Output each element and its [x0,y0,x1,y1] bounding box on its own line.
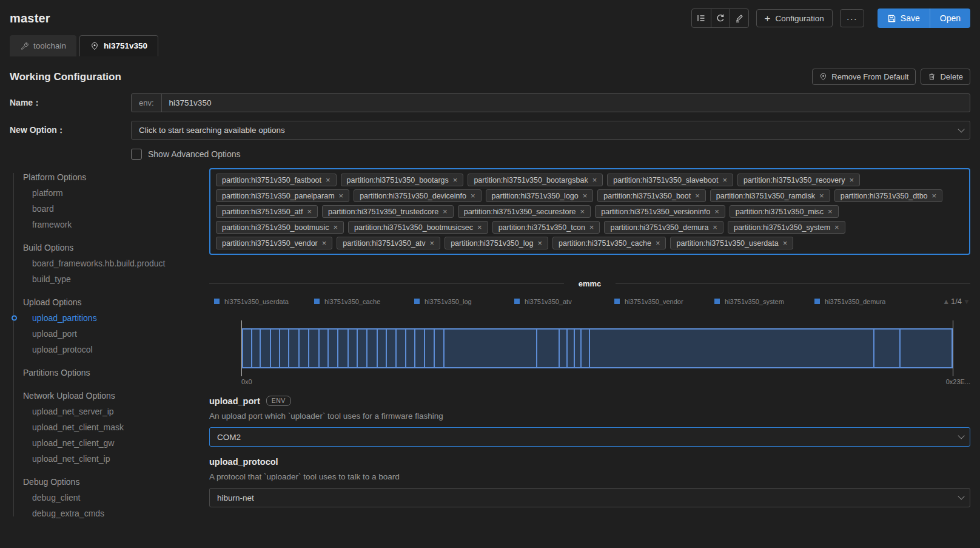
tag-remove-icon[interactable]: × [580,207,585,216]
partition-segment[interactable] [298,330,308,367]
partition-segment[interactable] [327,330,337,367]
partition-tag[interactable]: partition:hi3751v350_atf× [216,205,318,218]
partition-tag[interactable]: partition:hi3751v350_vendor× [216,237,332,249]
partition-tag[interactable]: partition:hi3751v350_recovery× [737,174,860,186]
new-option-select[interactable]: Click to start searching available optio… [131,121,970,140]
partition-segment[interactable] [899,330,951,367]
sidebar-item-upload-port[interactable]: upload_port [10,326,209,342]
partition-tag[interactable]: partition:hi3751v350_boot× [597,189,705,202]
edit-pencil-icon[interactable] [730,9,748,27]
tab-hi3751v350[interactable]: hi3751v350 [79,35,158,56]
tag-remove-icon[interactable]: × [339,191,344,200]
upload-port-select[interactable]: COM2 [209,427,970,447]
tag-remove-icon[interactable]: × [714,207,719,216]
tag-remove-icon[interactable]: × [722,175,727,184]
partition-segment[interactable] [337,330,347,367]
list-tree-icon[interactable] [692,9,711,27]
partition-tag[interactable]: partition:hi3751v350_demura× [604,221,723,234]
sidebar-item-build-type[interactable]: build_type [10,271,209,287]
tag-remove-icon[interactable]: × [695,191,700,200]
upload-partitions-tags-field[interactable]: partition:hi3751v350_fastboot×partition:… [209,168,970,255]
delete-button[interactable]: Delete [921,69,970,85]
partition-segment[interactable] [377,330,386,367]
sidebar-item-upload-net-client-mask[interactable]: upload_net_client_mask [10,419,209,435]
add-configuration-button[interactable]: + Configuration [756,9,833,27]
tag-remove-icon[interactable]: × [656,238,660,248]
partition-segment[interactable] [424,330,433,367]
tag-remove-icon[interactable]: × [443,207,448,216]
sidebar-group-debug-options[interactable]: Debug Options [10,474,209,490]
partition-segment[interactable] [580,330,588,367]
partition-segment[interactable] [873,330,899,367]
tag-remove-icon[interactable]: × [819,191,824,200]
partition-segment[interactable] [589,330,873,367]
partition-segment[interactable] [386,330,395,367]
sidebar-item-board[interactable]: board [10,201,209,217]
legend-item-hi3751v350-cache[interactable]: hi3751v350_cache [314,298,414,305]
tab-toolchain[interactable]: toolchain [10,35,76,56]
partition-segment[interactable] [260,330,269,367]
partition-segment[interactable] [318,330,327,367]
show-advanced-checkbox[interactable] [131,149,142,160]
sidebar-item-debug-client[interactable]: debug_client [10,490,209,506]
partition-tag[interactable]: partition:hi3751v350_tcon× [492,221,600,234]
partition-tag[interactable]: partition:hi3751v350_bootmusicsec× [348,221,488,234]
legend-page-up-icon[interactable]: ▲ [942,297,950,306]
partition-tag[interactable]: partition:hi3751v350_userdata× [670,237,793,249]
partition-segment[interactable] [357,330,366,367]
sidebar-group-platform-options[interactable]: Platform Options [10,169,209,185]
sidebar-item-upload-protocol[interactable]: upload_protocol [10,342,209,357]
tag-remove-icon[interactable]: × [592,175,597,184]
partition-segment[interactable] [243,330,251,367]
tag-remove-icon[interactable]: × [537,238,542,248]
tag-remove-icon[interactable]: × [326,175,331,184]
partition-tag[interactable]: partition:hi3751v350_system× [728,221,845,234]
tag-remove-icon[interactable]: × [834,223,839,232]
partition-tag[interactable]: partition:hi3751v350_dtbo× [834,189,942,202]
partition-tag[interactable]: partition:hi3751v350_bootargs× [341,174,464,186]
sidebar-group-network-upload-options[interactable]: Network Upload Options [10,388,209,404]
partition-segment[interactable] [536,330,559,367]
sidebar-item-debug-extra-cmds[interactable]: debug_extra_cmds [10,506,209,521]
legend-item-hi3751v350-demura[interactable]: hi3751v350_demura [814,298,915,305]
tag-remove-icon[interactable]: × [589,223,594,232]
partition-segment[interactable] [270,330,279,367]
sidebar-item-upload-net-server-ip[interactable]: upload_net_server_ip [10,404,209,419]
tag-remove-icon[interactable]: × [334,223,338,232]
partition-segment[interactable] [279,330,288,367]
sidebar-item-platform[interactable]: platform [10,185,209,201]
tag-remove-icon[interactable]: × [713,223,717,232]
tag-remove-icon[interactable]: × [828,207,833,216]
tag-remove-icon[interactable]: × [471,191,475,200]
tag-remove-icon[interactable]: × [849,175,854,184]
partition-segment[interactable] [251,330,260,367]
partition-segment[interactable] [347,330,357,367]
tag-remove-icon[interactable]: × [430,238,435,248]
partition-tag[interactable]: partition:hi3751v350_versioninfo× [595,205,725,218]
legend-page-down-icon[interactable]: ▼ [963,297,970,306]
partition-segment[interactable] [414,330,424,367]
sidebar-item-board-frameworks-hb-build-product[interactable]: board_frameworks.hb.build.product [10,255,209,271]
partition-tag[interactable]: partition:hi3751v350_logo× [486,189,594,202]
sidebar-item-framework[interactable]: framework [10,217,209,232]
partition-segment[interactable] [405,330,414,367]
partition-segment[interactable] [574,330,580,367]
sidebar-group-build-options[interactable]: Build Options [10,240,209,255]
partition-segment[interactable] [559,330,566,367]
partition-tag[interactable]: partition:hi3751v350_bootargsbak× [468,174,603,186]
partition-tag[interactable]: partition:hi3751v350_log× [445,237,548,249]
remove-from-default-button[interactable]: Remove From Default [812,69,916,85]
sidebar-item-upload-net-client-ip[interactable]: upload_net_client_ip [10,451,209,467]
legend-item-hi3751v350-atv[interactable]: hi3751v350_atv [514,298,614,305]
open-button[interactable]: Open [930,8,970,28]
tag-remove-icon[interactable]: × [932,191,937,200]
partition-segment[interactable] [395,330,404,367]
partition-segment[interactable] [288,330,298,367]
partition-tag[interactable]: partition:hi3751v350_deviceinfo× [354,189,481,202]
sidebar-item-upload-partitions[interactable]: upload_partitions [10,310,209,326]
partition-tag[interactable]: partition:hi3751v350_trustedcore× [322,205,454,218]
partition-tag[interactable]: partition:hi3751v350_securestore× [458,205,591,218]
legend-item-hi3751v350-vendor[interactable]: hi3751v350_vendor [614,298,714,305]
tag-remove-icon[interactable]: × [583,191,588,200]
tag-remove-icon[interactable]: × [453,175,458,184]
